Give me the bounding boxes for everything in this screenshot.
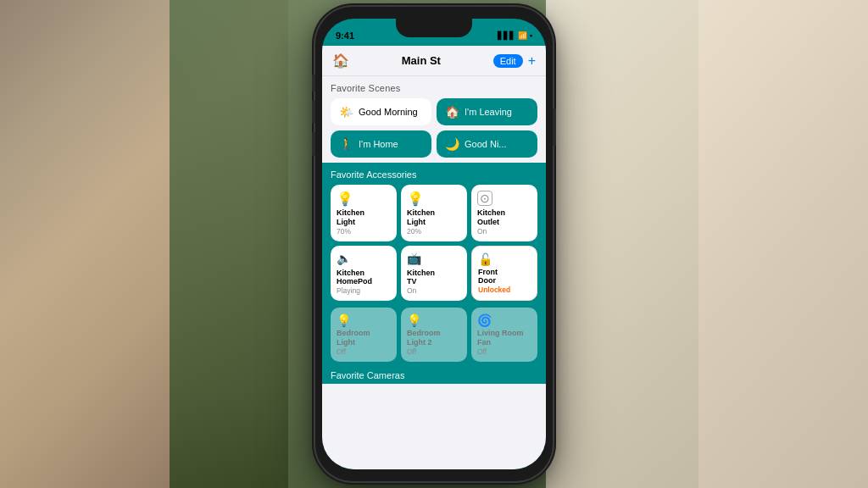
scene-good-night[interactable]: 🌙 Good Ni... [437, 130, 537, 158]
im-leaving-icon: 🏠 [445, 105, 459, 119]
bedroom-light-2-status: Off [407, 347, 461, 356]
accessory-kitchen-tv[interactable]: 📺 KitchenTV On [401, 246, 467, 302]
living-room-fan-status: Off [477, 347, 531, 356]
kitchen-tv-icon: 📺 [407, 252, 461, 265]
front-door-status: Unlocked [478, 286, 531, 294]
kitchen-light-1-status: 70% [337, 227, 391, 236]
battery-icon: ▪ [530, 31, 532, 40]
phone-device: 9:41 ▋▋▋ 📶 ▪ 🏠 Main St Edit + [315, 7, 553, 481]
dim-accessories-row: 💡 BedroomLight Off 💡 BedroomLight 2 Off [322, 308, 546, 367]
scenes-section: Favorite Scenes 🌤️ Good Morning 🏠 I'm Le… [322, 76, 546, 163]
volume-up-button[interactable] [312, 100, 315, 124]
scenes-title: Favorite Scenes [331, 83, 537, 93]
dim-living-room-fan[interactable]: 🌀 Living RoomFan Off [471, 308, 537, 362]
scene-good-morning[interactable]: 🌤️ Good Morning [331, 98, 431, 125]
kitchen-light-2-status: 20% [407, 227, 461, 236]
good-morning-icon: 🌤️ [339, 105, 353, 119]
kitchen-outlet-icon: ⊙ [477, 191, 492, 206]
good-night-label: Good Ni... [465, 139, 507, 149]
bedroom-light-status: Off [337, 347, 391, 356]
accessories-title: Favorite Accessories [331, 169, 537, 180]
im-home-label: I'm Home [359, 139, 398, 149]
kitchen-outlet-name: KitchenOutlet [477, 208, 531, 227]
im-leaving-label: I'm Leaving [465, 107, 512, 117]
kitchen-outlet-status: On [477, 227, 531, 236]
signal-icon: ▋▋▋ [498, 31, 515, 40]
kitchen-homepod-status: Playing [337, 286, 391, 295]
scene-im-leaving[interactable]: 🏠 I'm Leaving [437, 98, 537, 125]
phone-screen: 9:41 ▋▋▋ 📶 ▪ 🏠 Main St Edit + [322, 19, 546, 469]
status-time: 9:41 [336, 30, 354, 41]
header-title: Main St [402, 54, 441, 67]
phone-frame: 9:41 ▋▋▋ 📶 ▪ 🏠 Main St Edit + [315, 7, 553, 481]
front-door-icon: 🔓 [478, 252, 531, 266]
living-room-fan-name: Living RoomFan [477, 329, 531, 347]
volume-down-button[interactable] [312, 132, 315, 156]
good-morning-label: Good Morning [359, 107, 418, 117]
kitchen-homepod-name: KitchenHomePod [337, 269, 391, 287]
notch [396, 19, 472, 37]
wifi-icon: 📶 [518, 31, 527, 40]
edit-button[interactable]: Edit [493, 54, 523, 68]
kitchen-light-2-name: KitchenLight [407, 208, 461, 227]
header-actions: Edit + [493, 53, 536, 69]
accessory-kitchen-homepod[interactable]: 🔈 KitchenHomePod Playing [331, 246, 397, 302]
screen-content: Favorite Scenes 🌤️ Good Morning 🏠 I'm Le… [322, 76, 546, 469]
kitchen-homepod-icon: 🔈 [337, 252, 391, 265]
bedroom-light-name: BedroomLight [337, 329, 391, 347]
dim-bedroom-light-2[interactable]: 💡 BedroomLight 2 Off [401, 308, 467, 362]
im-home-icon: 🚶 [339, 137, 353, 151]
dim-bedroom-light[interactable]: 💡 BedroomLight Off [331, 308, 397, 362]
front-door-name: FrontDoor [478, 268, 531, 286]
power-button[interactable] [553, 108, 556, 146]
living-room-fan-icon: 🌀 [477, 313, 531, 327]
header-bar: 🏠 Main St Edit + [322, 46, 546, 76]
accessory-front-door[interactable]: 🔓 FrontDoor Unlocked [471, 246, 537, 302]
cameras-section-label: Favorite Cameras [322, 367, 546, 384]
scenes-grid: 🌤️ Good Morning 🏠 I'm Leaving 🚶 I'm Home [331, 98, 537, 158]
home-icon[interactable]: 🏠 [332, 53, 349, 69]
bedroom-light-2-icon: 💡 [407, 313, 461, 327]
accessories-section: Favorite Accessories 💡 KitchenLight 70% [322, 163, 546, 308]
kitchen-light-1-name: KitchenLight [337, 208, 391, 227]
accessory-kitchen-light-1[interactable]: 💡 KitchenLight 70% [331, 185, 397, 241]
status-icons: ▋▋▋ 📶 ▪ [498, 31, 532, 40]
kitchen-right-bg [546, 0, 868, 488]
accessories-grid: 💡 KitchenLight 70% 💡 KitchenLight 20 [331, 185, 537, 301]
accessory-kitchen-outlet[interactable]: ⊙ KitchenOutlet On [471, 185, 537, 241]
bedroom-light-icon: 💡 [337, 313, 391, 327]
scene-im-home[interactable]: 🚶 I'm Home [331, 130, 431, 158]
kitchen-light-2-icon: 💡 [407, 191, 461, 207]
kitchen-light-1-icon: 💡 [337, 191, 391, 207]
good-night-icon: 🌙 [445, 137, 459, 151]
kitchen-tv-status: On [407, 286, 461, 295]
accessory-kitchen-light-2[interactable]: 💡 KitchenLight 20% [401, 185, 467, 241]
add-button[interactable]: + [528, 53, 536, 69]
kitchen-tv-name: KitchenTV [407, 269, 461, 287]
mute-button[interactable] [312, 75, 315, 92]
bedroom-light-2-name: BedroomLight 2 [407, 329, 461, 347]
